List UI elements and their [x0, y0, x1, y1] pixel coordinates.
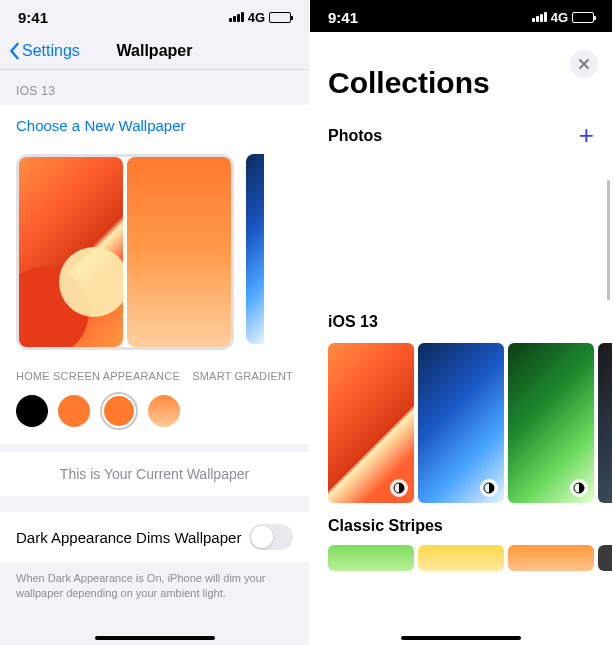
collections-screen: 9:41 4G Collections Photos + iOS 13 [310, 0, 613, 645]
home-indicator[interactable] [95, 636, 215, 640]
battery-icon [572, 12, 594, 23]
wallpaper-settings-screen: 9:41 4G Settings Wallpaper iOS 13 Choose… [0, 0, 310, 645]
wallpaper-thumb[interactable] [328, 343, 414, 503]
nav-bar: Settings Wallpaper [0, 32, 309, 70]
dark-dims-footnote: When Dark Appearance is On, iPhone will … [0, 563, 309, 610]
wallpaper-thumb[interactable] [598, 545, 612, 571]
battery-icon [269, 12, 291, 23]
wallpaper-pair-next[interactable] [246, 154, 264, 344]
status-indicators: 4G [532, 10, 594, 25]
close-button[interactable] [570, 50, 598, 78]
collections-sheet: Collections Photos + iOS 13 [310, 40, 612, 645]
photos-title: Photos [328, 127, 382, 145]
swatch-row [16, 392, 293, 430]
homescreen-preview [127, 157, 231, 347]
stripes-thumbs [310, 541, 612, 573]
appearance-section: HOME SCREEN APPEARANCE SMART GRADIENT [0, 360, 309, 445]
ios13-header: iOS 13 [310, 307, 612, 337]
appearance-label: HOME SCREEN APPEARANCE [16, 370, 180, 382]
page-title: Collections [310, 40, 612, 114]
signal-bars-icon [229, 12, 244, 22]
scroll-bar[interactable] [607, 180, 610, 300]
wallpaper-thumb[interactable] [418, 343, 504, 503]
swatch-black[interactable] [16, 395, 48, 427]
lockscreen-preview [19, 157, 123, 347]
add-photos-button[interactable]: + [579, 120, 594, 151]
stripes-title: Classic Stripes [328, 517, 443, 535]
variant-icon [480, 479, 498, 497]
variant-icon [390, 479, 408, 497]
wallpaper-thumb[interactable] [508, 343, 594, 503]
status-time: 9:41 [328, 9, 358, 26]
network-label: 4G [551, 10, 568, 25]
status-bar: 9:41 4G [0, 0, 309, 32]
back-button[interactable]: Settings [8, 42, 80, 60]
ios13-thumbs [310, 337, 612, 511]
current-wallpaper-label: This is Your Current Wallpaper [0, 451, 309, 497]
stripes-header: Classic Stripes [310, 511, 612, 541]
photos-header: Photos + [310, 114, 612, 157]
choose-wallpaper-link[interactable]: Choose a New Wallpaper [0, 104, 309, 146]
smart-gradient-label: SMART GRADIENT [192, 370, 293, 382]
swatch-orange-selected [104, 396, 134, 426]
dark-dims-label: Dark Appearance Dims Wallpaper [16, 529, 241, 546]
section-label: iOS 13 [0, 70, 309, 104]
swatch-orange[interactable] [58, 395, 90, 427]
network-label: 4G [248, 10, 265, 25]
chevron-left-icon [8, 42, 20, 60]
wallpaper-preview-row [0, 146, 309, 360]
wallpaper-thumb[interactable] [508, 545, 594, 571]
nav-title: Wallpaper [117, 42, 193, 60]
photos-empty-area [310, 157, 612, 307]
dark-dims-row: Dark Appearance Dims Wallpaper [0, 511, 309, 563]
close-icon [578, 58, 590, 70]
swatch-gradient[interactable] [148, 395, 180, 427]
ios13-title: iOS 13 [328, 313, 378, 331]
back-label: Settings [22, 42, 80, 60]
home-indicator[interactable] [401, 636, 521, 640]
wallpaper-pair-selected[interactable] [16, 154, 234, 350]
wallpaper-thumb[interactable] [328, 545, 414, 571]
variant-icon [570, 479, 588, 497]
status-time: 9:41 [18, 9, 48, 26]
signal-bars-icon [532, 12, 547, 22]
status-indicators: 4G [229, 10, 291, 25]
swatch-selected[interactable] [100, 392, 138, 430]
wallpaper-thumb[interactable] [598, 343, 612, 503]
status-bar: 9:41 4G [310, 0, 612, 32]
dark-dims-toggle[interactable] [249, 524, 293, 550]
wallpaper-thumb[interactable] [418, 545, 504, 571]
